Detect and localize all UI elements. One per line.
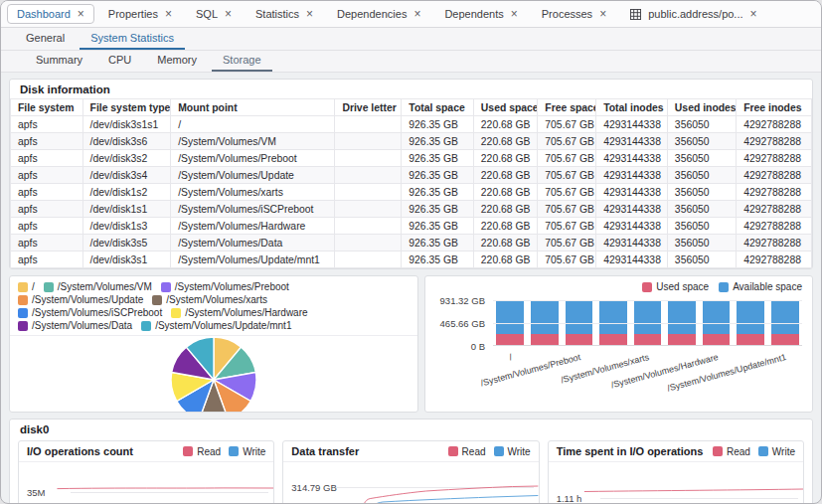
close-icon[interactable]: ×	[78, 8, 84, 20]
x-tick-label: /System/Volumes/Update/mnt1	[666, 352, 787, 394]
io-line-chart	[549, 462, 803, 504]
cell: 220.68 GB	[473, 150, 537, 167]
read-line	[584, 489, 803, 492]
cell: 356050	[667, 133, 736, 150]
read-line	[304, 486, 539, 504]
close-icon[interactable]: ×	[413, 8, 420, 20]
cell: /dev/disk3s1	[82, 252, 171, 268]
table-row: apfs/dev/disk1s3/System/Volumes/Hardware…	[11, 218, 812, 235]
cell: 926.35 GB	[402, 150, 474, 167]
pgadmin-window: Dashboard×Properties×SQL×Statistics×Depe…	[0, 0, 822, 504]
tab-sql[interactable]: SQL×	[186, 4, 242, 24]
legend-swatch	[161, 282, 171, 292]
pie-legend-item: /System/Volumes/Preboot	[161, 281, 289, 292]
cell: /System/Volumes/xarts	[171, 184, 335, 201]
close-icon[interactable]: ×	[306, 8, 313, 20]
cell: 4292788288	[737, 201, 812, 218]
write-legend-item: Write	[758, 446, 795, 457]
cell	[335, 133, 402, 150]
bar-chart-plot	[493, 300, 802, 346]
cell	[335, 201, 402, 218]
cell: 4292788288	[737, 218, 812, 235]
cell: apfs	[11, 116, 83, 133]
close-icon[interactable]: ×	[599, 8, 606, 20]
legend-label: /System/Volumes/Update	[32, 294, 143, 305]
legend-swatch	[18, 282, 28, 292]
sub-tab-memory[interactable]: Memory	[146, 51, 208, 72]
tab-dependents[interactable]: Dependents×	[434, 4, 527, 24]
used-space-segment	[599, 334, 627, 345]
sub-tab-summary[interactable]: Summary	[25, 51, 93, 72]
x-tick-label: /	[508, 352, 513, 362]
available-space-segment	[737, 300, 764, 334]
legend-label: Available space	[733, 281, 802, 292]
legend-swatch	[44, 282, 54, 292]
cell: /dev/disk3s2	[82, 150, 171, 167]
bar-chart: 931.32 GB465.66 GB0 B	[435, 300, 802, 346]
tab-statistics[interactable]: Statistics×	[246, 4, 323, 24]
cell: 926.35 GB	[402, 133, 474, 150]
tab-public-address-po[interactable]: public.address/po...×	[620, 4, 766, 24]
close-icon[interactable]: ×	[165, 8, 172, 20]
cell: /dev/disk3s1s1	[82, 116, 171, 133]
used-space-segment	[566, 334, 593, 345]
cell: apfs	[11, 184, 83, 201]
y-tick-label: 0 B	[471, 341, 485, 352]
cell	[335, 116, 402, 133]
disk-information-title: Disk information	[10, 80, 812, 98]
legend-swatch	[18, 308, 28, 318]
cell: 705.67 GB	[538, 116, 596, 133]
cell: 926.35 GB	[402, 252, 474, 268]
write-line	[368, 496, 539, 504]
available-space-segment	[531, 300, 559, 334]
available-space-segment	[566, 300, 593, 334]
bar-chart-y-axis: 931.32 GB465.66 GB0 B	[435, 300, 493, 346]
cell: 4293144338	[596, 150, 668, 167]
legend-swatch	[494, 446, 504, 456]
nav-tab-general[interactable]: General	[15, 29, 76, 50]
close-icon[interactable]: ×	[225, 8, 232, 20]
tab-properties[interactable]: Properties×	[98, 4, 182, 24]
tab-dashboard[interactable]: Dashboard×	[7, 4, 94, 24]
legend-swatch	[171, 308, 181, 318]
nav-tab-system-statistics[interactable]: System Statistics	[80, 29, 185, 50]
sub-tab-storage[interactable]: Storage	[212, 51, 272, 72]
pie-legend-item: /	[18, 281, 35, 292]
tab-processes[interactable]: Processes×	[532, 4, 616, 24]
column-header-used-space: Used space	[473, 99, 537, 116]
cell: 356050	[667, 150, 736, 167]
sub-tab-cpu[interactable]: CPU	[97, 51, 142, 72]
used-space-segment	[634, 334, 662, 345]
cell: apfs	[11, 133, 83, 150]
close-icon[interactable]: ×	[750, 8, 757, 20]
legend-swatch	[758, 446, 768, 456]
column-header-file-system: File system	[11, 99, 83, 116]
tab-label: Dependents	[444, 8, 503, 20]
cell: 356050	[667, 184, 736, 201]
table-row: apfs/dev/disk3s2/System/Volumes/Preboot9…	[11, 150, 812, 167]
close-icon[interactable]: ×	[511, 8, 518, 20]
cell: /dev/disk1s1	[82, 201, 171, 218]
tab-dependencies[interactable]: Dependencies×	[327, 4, 430, 24]
bar-legend-item: Available space	[719, 281, 802, 292]
cell: 220.68 GB	[473, 218, 537, 235]
cell: apfs	[11, 252, 83, 268]
tab-label: public.address/po...	[648, 8, 742, 20]
io-chart-area: 35M30M	[19, 462, 273, 504]
cell: 926.35 GB	[402, 184, 474, 201]
legend-label: Read	[727, 446, 750, 457]
cell	[335, 252, 402, 268]
storage-charts-row: //System/Volumes/VM/System/Volumes/Prebo…	[9, 275, 813, 413]
cell	[335, 218, 402, 235]
used-space-segment	[737, 334, 764, 345]
table-row: apfs/dev/disk1s2/System/Volumes/xarts926…	[11, 184, 812, 201]
cell: 4293144338	[596, 184, 668, 201]
disk0-panel: disk0 I/O operations countReadWrite35M30…	[9, 419, 813, 504]
cell: 705.67 GB	[538, 133, 596, 150]
legend-label: /System/Volumes/Hardware	[185, 307, 307, 318]
tab-label: Dependencies	[337, 8, 407, 20]
cell: 4293144338	[596, 133, 668, 150]
io-chart-area: 314.79 GB	[283, 462, 538, 504]
cell: 705.67 GB	[538, 218, 596, 235]
io-panel-legend: ReadWrite	[183, 446, 265, 457]
